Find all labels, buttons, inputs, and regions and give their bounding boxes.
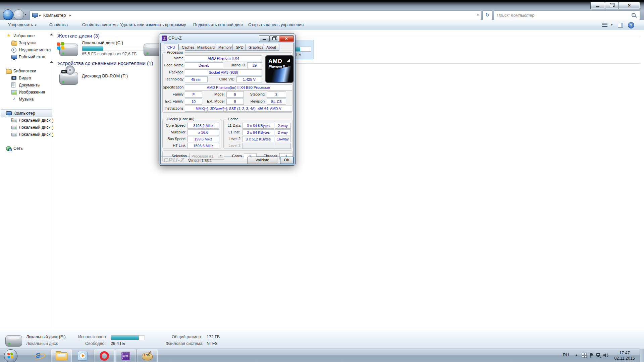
taskbar-explorer[interactable] [51, 349, 72, 362]
cpuz-app-icon: Z [162, 36, 167, 41]
details-free-value: 29,4 ГБ [111, 341, 125, 346]
volume-icon[interactable] [603, 353, 609, 358]
field-l1-inst-way: 2-way [275, 129, 291, 135]
cpuz-minimize-button[interactable] [259, 35, 269, 42]
sidebar-item-libraries[interactable]: Библиотеки [0, 68, 53, 75]
field-extmodel: 5 [226, 99, 244, 105]
tab-memory[interactable]: Memory [215, 44, 235, 51]
cpuz-client-area: CPU Caches Mainboard Memory SPD Graphics… [160, 43, 294, 164]
details-capacity-bar [111, 335, 145, 340]
sidebar-item-disk-e[interactable]: Локальный диск (E: [0, 131, 53, 138]
breadcrumb-computer[interactable]: Компьютер [43, 11, 66, 20]
group-header-removable[interactable]: Устройства со съемными носителями (1) [50, 60, 644, 67]
toolbar-open-control-panel[interactable]: Открыть панель управления [248, 20, 304, 30]
action-center-flag-icon[interactable] [589, 352, 594, 358]
video-icon [11, 76, 16, 80]
sidebar-item-documents[interactable]: Документы [0, 82, 53, 89]
breadcrumb-chevron-icon[interactable]: ▸ [69, 11, 71, 20]
down-arrow-icon: ↓ [13, 41, 15, 45]
tab-cpu[interactable]: CPU [164, 44, 178, 51]
address-bar[interactable]: ▸ Компьютер ▸ ▾ [30, 10, 481, 20]
minimize-button[interactable] [590, 2, 605, 9]
field-l2: 3 x 512 KBytes [243, 136, 274, 142]
recent-pages-dropdown[interactable]: ▾ [25, 13, 26, 16]
sidebar-item-network[interactable]: Сеть [0, 145, 53, 152]
clock[interactable]: 17:47 02.11.2015 [610, 350, 639, 362]
back-button[interactable]: ← [3, 9, 13, 20]
capacity-bar-fill [82, 46, 103, 51]
breadcrumb-chevron-icon[interactable]: ▸ [39, 11, 41, 20]
details-name: Локальный диск (E:) [26, 335, 66, 339]
sidebar-item-disk-d[interactable]: Локальный диск (D [0, 124, 53, 131]
windows-flag-icon [11, 118, 12, 119]
forward-button[interactable]: → [13, 9, 24, 20]
taskbar-cpuz[interactable]: CPU-Z [115, 349, 136, 362]
cpuz-logo: CPU-Z [163, 157, 184, 164]
minimize-icon [596, 6, 599, 7]
cpuz-close-button[interactable]: × [279, 35, 294, 42]
details-pane: Локальный диск (E:) Локальный диск Испол… [0, 332, 644, 349]
toolbar-uninstall-program[interactable]: Удалить или изменить программу [120, 20, 186, 30]
toolbar-map-network-drive[interactable]: Подключить сетевой диск [193, 20, 243, 30]
sidebar-item-videos[interactable]: Видео [0, 75, 53, 82]
maximize-button[interactable] [605, 2, 619, 9]
toolbar-properties[interactable]: Свойства [49, 20, 68, 30]
show-hidden-icons-button[interactable]: ▲ [575, 353, 578, 357]
ok-button[interactable]: OK [280, 157, 293, 164]
details-used-label: Использовано: [78, 335, 107, 339]
downloads-folder-icon: ↓ [11, 41, 17, 46]
collapse-triangle-icon [50, 61, 53, 65]
tile-disk-c[interactable]: Локальный диск (C:) 65,5 ГБ свободно из … [58, 39, 147, 59]
language-indicator[interactable]: RU [563, 353, 569, 357]
sidebar-item-desktop[interactable]: Рабочий стол [0, 54, 53, 61]
start-button[interactable] [4, 349, 17, 362]
preview-pane-button[interactable] [618, 20, 623, 30]
search-box[interactable] [494, 10, 640, 20]
validate-button[interactable]: Validate [247, 157, 277, 164]
details-total-value: 172 ГБ [207, 335, 220, 339]
tab-about[interactable]: About [263, 44, 279, 51]
address-dropdown-icon[interactable]: ▾ [477, 11, 479, 20]
network-icon[interactable] [596, 353, 602, 358]
recent-places-icon [11, 48, 16, 53]
help-button[interactable]: ? [628, 20, 634, 30]
show-desktop-button[interactable] [640, 349, 644, 362]
document-icon [11, 82, 15, 87]
tray-grid-icon[interactable] [582, 353, 587, 358]
toolbar-organize[interactable]: Упорядочить▼ [8, 20, 37, 30]
clocks-groupbox: Clocks (Core #0) Core Speed 3193.2 MHz M… [162, 119, 221, 148]
field-l1-data: 3 x 64 KBytes [243, 123, 274, 129]
cpuz-maximize-button[interactable] [269, 35, 279, 42]
refresh-button[interactable]: ↻ [482, 10, 492, 20]
tab-spd[interactable]: SPD [232, 44, 247, 51]
search-input[interactable] [496, 12, 628, 19]
cpuz-icon: CPU-Z [121, 352, 130, 360]
tile-bdrom[interactable]: BD Дисковод BD-ROM (F:) [58, 68, 147, 85]
paint-palette-icon [142, 353, 153, 360]
toolbar-system-properties[interactable]: Свойства системы [82, 20, 118, 30]
details-capacity-fill [111, 336, 139, 340]
libraries-icon [6, 69, 12, 74]
field-extfamily: 10 [185, 99, 202, 105]
change-view-button[interactable]: ▼ [603, 20, 613, 30]
group-header-hard-disks[interactable]: Жесткие диски (3) [50, 33, 644, 40]
taskbar-media-player[interactable] [72, 349, 93, 362]
cpuz-window[interactable]: Z CPU-Z × CPU Caches Mainboard Memory SP… [159, 34, 296, 166]
sidebar-item-pictures[interactable]: Изображения [0, 89, 53, 96]
sidebar-item-music[interactable]: ♪ Музыка [0, 96, 53, 103]
sidebar-item-disk-c[interactable]: Локальный диск (C [0, 117, 53, 124]
field-name: AMD Phenom II X4 [185, 55, 262, 61]
taskbar-internet-explorer[interactable]: e [30, 349, 50, 362]
taskbar: e CPU-Z RU ▲ 17:47 02.11.2015 [0, 349, 644, 362]
amd-arrow-icon [286, 59, 290, 62]
close-button[interactable]: × [619, 2, 640, 9]
sidebar-item-recent-places[interactable]: Недавние места [0, 47, 53, 54]
field-brandid: 29 [247, 62, 262, 68]
taskbar-paint[interactable] [137, 349, 158, 362]
sidebar-item-favorites[interactable]: ★ Избранное [0, 33, 53, 40]
tab-mainboard[interactable]: Mainboard [194, 44, 218, 51]
field-ht-link: 1596.6 MHz [187, 143, 219, 149]
taskbar-opera[interactable] [94, 349, 115, 362]
sidebar-item-computer[interactable]: Компьютер [0, 110, 53, 117]
sidebar-item-downloads[interactable]: ↓ Загрузки [0, 40, 53, 47]
